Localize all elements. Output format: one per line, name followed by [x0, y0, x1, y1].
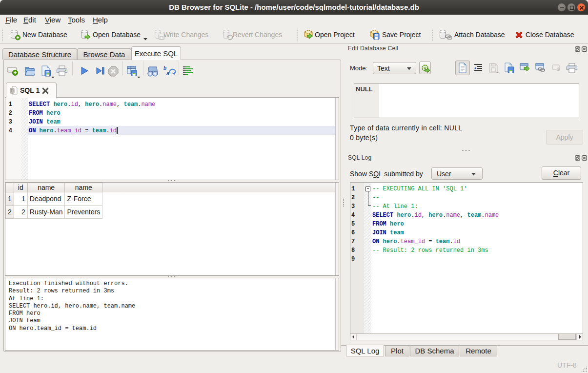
svg-text:a: a	[166, 70, 169, 76]
